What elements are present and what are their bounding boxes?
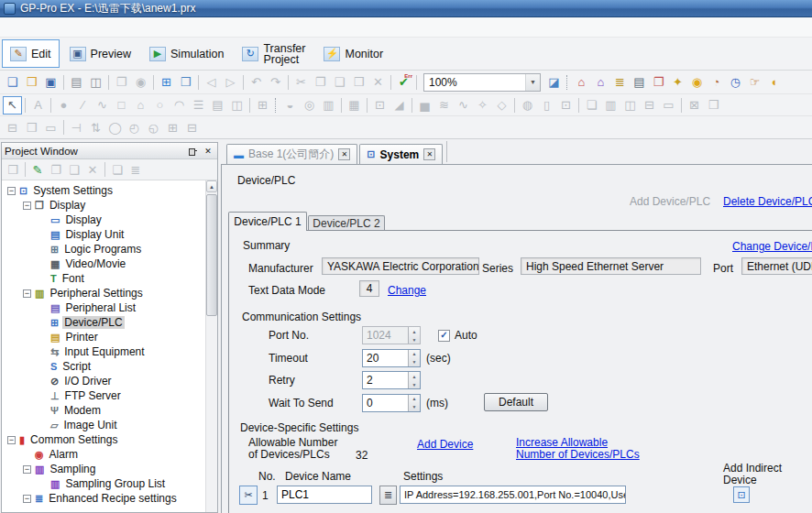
spinner-icon[interactable]: ▲▼ (408, 350, 420, 366)
tree-item-device-plc[interactable]: ⊞ Device/PLC (2, 315, 205, 330)
remote-screen-icon[interactable]: ▭ (659, 96, 678, 115)
tree-item-display[interactable]: ▭ Display (2, 213, 205, 227)
tree-item-input-equipment[interactable]: ⇆ Input Equipment (2, 344, 205, 359)
number-input[interactable]: 1024 ▲▼ (362, 326, 421, 344)
recipe-part-icon[interactable]: ⊠ (685, 96, 704, 115)
menu-project[interactable] (0, 25, 20, 30)
print-icon[interactable]: ▤ (67, 73, 86, 92)
tree-item-printer[interactable]: ▤ Printer (2, 330, 205, 344)
increase-allowable-link-2[interactable]: Number of Devices/PLCs (516, 448, 640, 461)
tab-device-plc-2[interactable]: Device/PLC 2 (308, 215, 385, 231)
transfer-send-icon[interactable]: ⌂ (572, 73, 591, 92)
copy-screen-icon[interactable]: ❒ (176, 73, 195, 92)
select-tool-icon[interactable]: ↖ (3, 96, 22, 115)
menu-edit[interactable] (20, 25, 40, 30)
global-lamp-icon[interactable]: ▭ (41, 118, 60, 136)
polyline-tool-icon[interactable]: ∿ (93, 96, 112, 115)
tab-device-plc-1[interactable]: Device/PLC 1 (228, 212, 307, 231)
image-placement-icon[interactable]: ▤ (208, 96, 227, 115)
keypad-part-icon[interactable]: ⊡ (370, 96, 390, 115)
expand-toggle-icon[interactable]: − (7, 436, 16, 444)
expand-toggle-icon[interactable]: − (7, 187, 16, 195)
touch-operation-icon[interactable]: ☞ (745, 73, 764, 92)
text-tool-icon[interactable]: A (28, 96, 48, 115)
sound-icon[interactable]: ◖ (764, 73, 784, 92)
tree-item-common-settings[interactable]: − ▮ Common Settings (2, 432, 205, 447)
compass-graph-icon[interactable]: ◇ (492, 96, 511, 115)
new-project-icon[interactable]: ❑ (3, 73, 22, 92)
copy-icon[interactable]: ❐ (311, 73, 330, 92)
close-panel-icon[interactable]: ✕ (202, 145, 214, 157)
number-input[interactable]: 2 ▲▼ (362, 371, 421, 389)
arc-tool-icon[interactable]: ◠ (170, 96, 189, 115)
line-tool-icon[interactable]: ∕ (73, 96, 93, 115)
rectangle-tool-icon[interactable]: □ (112, 96, 131, 115)
error-check-icon[interactable]: ✔Err (394, 73, 413, 92)
mode-preview-button[interactable]: ▣ Preview (61, 39, 139, 68)
expand-toggle-icon[interactable]: − (23, 289, 31, 298)
table-tool-icon[interactable]: ⊞ (253, 96, 272, 115)
add-indirect-device-button[interactable]: ⊡ (733, 486, 750, 503)
increase-allowable-link-1[interactable]: Increase Allowable (516, 436, 608, 449)
block-read-icon[interactable]: ⊟ (182, 118, 202, 136)
scale-tool-icon[interactable]: ☰ (189, 96, 208, 115)
special-part-icon[interactable]: ❒ (704, 96, 723, 115)
pin-icon[interactable] (186, 145, 199, 157)
tree-item-display-group[interactable]: − ❒ Display (2, 198, 205, 213)
bit-switch-icon[interactable]: ⊣ (67, 118, 86, 136)
security-key-icon[interactable]: ✦ (668, 73, 687, 92)
transfer-receive-icon[interactable]: ⌂ (591, 73, 610, 92)
expand-toggle-icon[interactable]: − (23, 495, 31, 503)
spinner-icon[interactable]: ▲▼ (408, 327, 420, 344)
tree-item-peripheral-settings[interactable]: − ▥ Peripheral Settings (2, 286, 205, 300)
scatter-graph-icon[interactable]: ≋ (434, 96, 454, 115)
tree-item-video-movie[interactable]: ▦ Video/Movie (2, 256, 205, 271)
device-row-button[interactable]: ✂ (239, 486, 258, 505)
tree-item-system-settings[interactable]: − ⊡ System Settings (2, 183, 205, 198)
mode-edit-button[interactable]: ✎ Edit (2, 39, 60, 68)
screen-preview-icon[interactable]: ◪ (544, 73, 564, 92)
meter-upload-icon[interactable]: ◴ (125, 118, 144, 136)
project-information-icon[interactable]: ◉ (687, 73, 707, 92)
polygon-tool-icon[interactable]: ⌂ (131, 96, 150, 115)
delete-screen-icon[interactable]: ✕ (83, 160, 102, 179)
tree-item-sampling[interactable]: − ▥ Sampling (2, 462, 205, 476)
tree-item-ftp-server[interactable]: ⊥ FTP Server (2, 388, 205, 403)
tree-item-alarm[interactable]: ◉ Alarm (2, 447, 205, 462)
mode-monitor-button[interactable]: ⚡ Monitor (315, 39, 391, 68)
message-display-icon[interactable]: ⊡ (556, 96, 576, 115)
change-device-plc-link[interactable]: Change Device/PLC (732, 240, 812, 253)
system-settings-window-icon[interactable]: ≣ (610, 73, 630, 92)
tree-item-enhanced-recipe[interactable]: − ≣ Enhanced Recipe settings (2, 491, 205, 506)
menu-help[interactable] (101, 25, 121, 30)
redo-icon[interactable]: ↷ (266, 73, 285, 92)
open-next-screen-icon[interactable]: ▷ (221, 73, 240, 92)
paste-capture-icon[interactable]: ❐ (112, 73, 131, 92)
delete-icon[interactable]: ✕ (368, 73, 388, 92)
date-display-icon[interactable]: ▦ (345, 96, 364, 115)
screen-call-icon[interactable]: ◫ (227, 96, 247, 115)
chevron-down-icon[interactable]: ▼ (525, 74, 540, 91)
copy-screen-icon[interactable]: ❐ (47, 160, 65, 179)
tree-item-io-driver[interactable]: ⊘ I/O Driver (2, 374, 205, 388)
scrollbar-thumb[interactable] (206, 194, 217, 316)
menu-screen[interactable] (81, 25, 101, 30)
cut-icon[interactable]: ✂ (291, 73, 311, 92)
tree-item-font[interactable]: T Font (2, 271, 205, 286)
word-switch-icon[interactable]: ⇅ (86, 118, 105, 136)
undo-icon[interactable]: ↶ (247, 73, 266, 92)
paste-screen-icon[interactable]: ❑ (65, 160, 83, 179)
default-button[interactable]: Default (484, 393, 548, 411)
mode-simulation-button[interactable]: ▶ Simulation (141, 39, 232, 68)
tree-item-modem[interactable]: Ψ Modem (2, 403, 205, 418)
block-write-icon[interactable]: ⊞ (163, 118, 182, 136)
tree-item-script[interactable]: S Script (2, 359, 205, 374)
circle-tool-icon[interactable]: ○ (150, 96, 170, 115)
meter-graph-icon[interactable]: ✧ (473, 96, 492, 115)
close-tab-icon[interactable]: ✕ (338, 148, 350, 160)
film-part-icon[interactable]: ▥ (601, 96, 620, 115)
sketch-part-icon[interactable]: ◢ (390, 96, 409, 115)
meter-download-icon[interactable]: ◵ (144, 118, 163, 136)
expand-toggle-icon[interactable]: − (23, 202, 31, 210)
dot-tool-icon[interactable]: ● (54, 96, 73, 115)
